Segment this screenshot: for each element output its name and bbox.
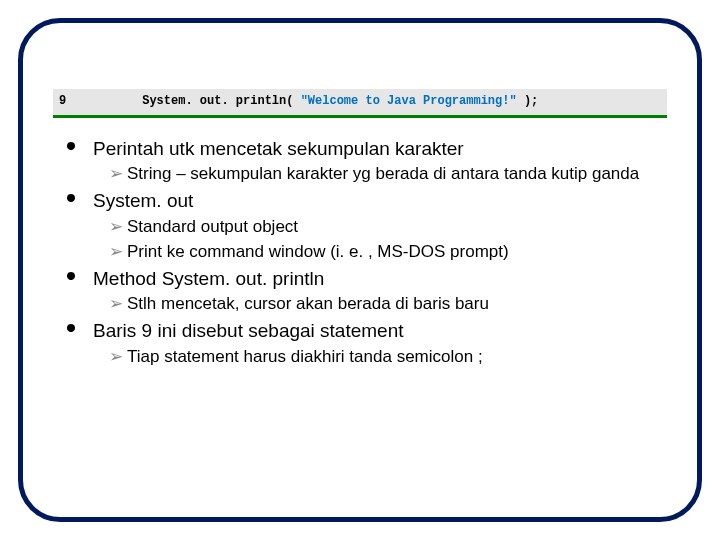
chevron-right-icon: ➢ — [109, 346, 123, 369]
sub-item-text: Standard output object — [127, 216, 667, 239]
sub-item-text: Print ke command window (i. e. , MS-DOS … — [127, 241, 667, 264]
sub-item-text: String – sekumpulan karakter yg berada d… — [127, 163, 667, 186]
sub-item-text: Stlh mencetak, cursor akan berada di bar… — [127, 293, 667, 316]
bullet-dot-icon: • — [63, 188, 79, 208]
code-block: 9 System. out. println( "Welcome to Java… — [53, 89, 667, 118]
chevron-right-icon: ➢ — [109, 293, 123, 316]
chevron-right-icon: ➢ — [109, 216, 123, 239]
list-item-text: System. out — [93, 188, 667, 214]
bullet-dot-icon: • — [63, 318, 79, 338]
chevron-right-icon: ➢ — [109, 163, 123, 186]
list-item-text: Perintah utk mencetak sekumpulan karakte… — [93, 136, 667, 162]
sub-item: ➢ Standard output object — [109, 216, 667, 239]
sub-item: ➢ Tiap statement harus diakhiri tanda se… — [109, 346, 667, 369]
list-item-text: Baris 9 ini disebut sebagai statement — [93, 318, 667, 344]
bullet-list: • Perintah utk mencetak sekumpulan karak… — [63, 136, 667, 369]
sub-item: ➢ Print ke command window (i. e. , MS-DO… — [109, 241, 667, 264]
list-item-text: Method System. out. println — [93, 266, 667, 292]
list-item: • System. out — [63, 188, 667, 214]
code-line-number: 9 — [53, 89, 99, 118]
list-item: • Method System. out. println — [63, 266, 667, 292]
bullet-dot-icon: • — [63, 136, 79, 156]
list-item: • Baris 9 ini disebut sebagai statement — [63, 318, 667, 344]
list-item: • Perintah utk mencetak sekumpulan karak… — [63, 136, 667, 162]
slide-frame: 9 System. out. println( "Welcome to Java… — [18, 18, 702, 522]
code-text-post: ); — [517, 94, 539, 108]
bullet-dot-icon: • — [63, 266, 79, 286]
slide: 9 System. out. println( "Welcome to Java… — [0, 0, 720, 540]
sub-item: ➢ Stlh mencetak, cursor akan berada di b… — [109, 293, 667, 316]
chevron-right-icon: ➢ — [109, 241, 123, 264]
code-line: System. out. println( "Welcome to Java P… — [99, 89, 667, 118]
code-text-string: "Welcome to Java Programming!" — [301, 94, 517, 108]
sub-item-text: Tiap statement harus diakhiri tanda semi… — [127, 346, 667, 369]
sub-item: ➢ String – sekumpulan karakter yg berada… — [109, 163, 667, 186]
code-text-pre: System. out. println( — [99, 94, 301, 108]
